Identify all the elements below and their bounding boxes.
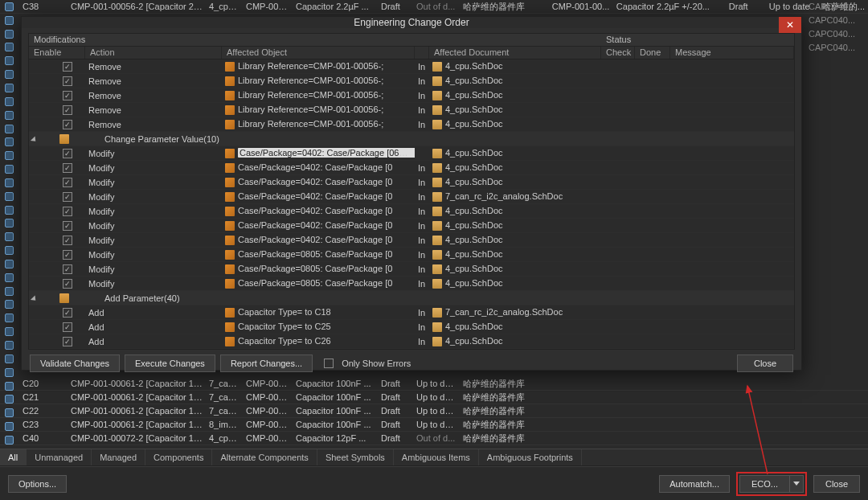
expand-icon[interactable] bbox=[32, 135, 40, 143]
doc-icon bbox=[432, 337, 442, 346]
only-errors-label: Only Show Errors bbox=[342, 359, 411, 368]
table-row[interactable]: C22CMP-001-00061-2 [Capacitor 100nF...7_… bbox=[0, 404, 868, 418]
enable-checkbox[interactable] bbox=[63, 236, 72, 245]
modification-row[interactable]: ModifyCase/Package=0402: Case/Package [0… bbox=[29, 204, 794, 219]
param-icon bbox=[225, 76, 235, 86]
enable-checkbox[interactable] bbox=[63, 178, 72, 187]
group-row[interactable]: Add Parameter(40) bbox=[29, 291, 794, 305]
affected-object-cell: Library Reference=CMP-001-00056-; bbox=[222, 76, 415, 86]
enable-checkbox[interactable] bbox=[63, 221, 72, 231]
eco-dropdown[interactable] bbox=[789, 475, 804, 493]
affected-doc-cell: 4_cpu.SchDoc bbox=[429, 177, 601, 187]
modification-row[interactable]: RemoveLibrary Reference=CMP-001-00056-;I… bbox=[29, 59, 794, 74]
modification-row[interactable]: ModifyCase/Package=0402: Case/Package [0… bbox=[29, 161, 794, 175]
eco-button[interactable]: ECO... bbox=[739, 475, 789, 493]
modification-row[interactable]: ModifyCase/Package=0805: Case/Package [0… bbox=[29, 262, 794, 277]
action-cell: Modify bbox=[85, 221, 222, 231]
only-errors-checkbox[interactable] bbox=[324, 359, 334, 368]
group-row[interactable]: Change Parameter Value(10) bbox=[29, 132, 794, 146]
affected-doc-cell: 7_can_rc_i2c_analog.SchDoc bbox=[429, 191, 601, 202]
close-button[interactable]: Close bbox=[813, 475, 860, 493]
group-header-row: Modifications Status bbox=[29, 34, 794, 47]
enable-checkbox[interactable] bbox=[63, 250, 72, 260]
enable-checkbox[interactable] bbox=[63, 264, 72, 274]
tab-all[interactable]: All bbox=[0, 449, 27, 465]
col-affected-document[interactable]: Affected Document bbox=[429, 47, 601, 59]
modification-row[interactable]: RemoveLibrary Reference=CMP-001-00056-;I… bbox=[29, 74, 794, 88]
enable-checkbox[interactable] bbox=[63, 91, 72, 100]
col-affected-object[interactable]: Affected Object bbox=[222, 47, 415, 59]
modification-row[interactable]: ModifyCase/Package=0805: Case/Package [0… bbox=[29, 248, 794, 262]
close-icon[interactable]: ✕ bbox=[779, 17, 801, 33]
doc-icon bbox=[432, 279, 442, 289]
table-row[interactable]: C21CMP-001-00061-2 [Capacitor 100nF...7_… bbox=[0, 391, 868, 404]
affected-object-cell: Case/Package=0805: Case/Package [0 bbox=[222, 249, 415, 260]
modification-rows[interactable]: RemoveLibrary Reference=CMP-001-00056-;I… bbox=[29, 59, 794, 349]
col-message[interactable]: Message bbox=[670, 47, 794, 59]
expand-icon[interactable] bbox=[32, 294, 40, 302]
affected-doc-cell: 4_cpu.SchDoc bbox=[429, 206, 601, 216]
modification-row[interactable]: ModifyCase/Package=0805: Case/Package [0… bbox=[29, 277, 794, 291]
tab-managed[interactable]: Managed bbox=[92, 449, 145, 465]
modification-row[interactable]: ModifyCase/Package=0402: Case/Package [0… bbox=[29, 219, 794, 233]
enable-checkbox[interactable] bbox=[63, 207, 72, 216]
modification-row[interactable]: ModifyCase/Package=0402: Case/Package [0… bbox=[29, 233, 794, 248]
tab-sheet-symbols[interactable]: Sheet Symbols bbox=[317, 449, 394, 465]
affected-object-cell: Library Reference=CMP-001-00056-; bbox=[222, 61, 415, 72]
doc-icon bbox=[432, 91, 442, 100]
col-check[interactable]: Check bbox=[601, 47, 635, 59]
enable-checkbox[interactable] bbox=[63, 308, 72, 318]
affected-object-cell: Case/Package=0402: Case/Package [0 bbox=[222, 220, 415, 231]
doc-icon bbox=[432, 105, 442, 115]
param-icon bbox=[225, 91, 235, 100]
enable-checkbox[interactable] bbox=[63, 192, 72, 202]
table-row[interactable]: C38CMP-001-00056-2 [Capacitor 2.2µF ...4… bbox=[0, 0, 868, 14]
validate-button[interactable]: Validate Changes bbox=[30, 355, 120, 372]
modification-row[interactable]: ModifyCase/Package=0402: Case/Package [0… bbox=[29, 190, 794, 204]
automatch-button[interactable]: Automatch... bbox=[659, 475, 730, 493]
modification-row[interactable]: RemoveLibrary Reference=CMP-001-00056-;I… bbox=[29, 103, 794, 117]
report-button[interactable]: Report Changes... bbox=[220, 355, 313, 372]
enable-checkbox[interactable] bbox=[63, 279, 72, 289]
table-row[interactable]: C23CMP-001-00061-2 [Capacitor 100nF...8_… bbox=[0, 418, 868, 432]
tab-components[interactable]: Components bbox=[145, 449, 212, 465]
modification-row[interactable]: ModifyCase/Package=0402: Case/Package [0… bbox=[29, 175, 794, 190]
doc-icon bbox=[432, 207, 442, 216]
table-row[interactable]: C40CMP-001-00072-2 [Capacitor 12pF ...4_… bbox=[0, 432, 868, 445]
dialog-titlebar[interactable]: Engineering Change Order ✕ bbox=[22, 17, 801, 28]
tab-ambiguous-items[interactable]: Ambiguous Items bbox=[394, 449, 479, 465]
action-cell: Remove bbox=[85, 62, 222, 72]
modification-row[interactable]: AddCapacitor Type= to C26In4_cpu.SchDoc bbox=[29, 334, 794, 349]
col-action[interactable]: Action bbox=[85, 47, 222, 59]
execute-button[interactable]: Execute Changes bbox=[125, 355, 215, 372]
action-cell: Add bbox=[85, 322, 222, 332]
modification-row[interactable]: AddCapacitor Type= to C25In4_cpu.SchDoc bbox=[29, 320, 794, 334]
enable-checkbox[interactable] bbox=[63, 163, 72, 173]
affected-doc-cell: 4_cpu.SchDoc bbox=[429, 336, 601, 346]
enable-checkbox[interactable] bbox=[63, 337, 72, 346]
doc-icon bbox=[432, 163, 442, 173]
affected-object-cell: Case/Package=0402: Case/Package [0 bbox=[222, 162, 415, 173]
col-enable[interactable]: Enable bbox=[29, 47, 85, 59]
enable-checkbox[interactable] bbox=[63, 105, 72, 115]
affected-doc-cell: 4_cpu.SchDoc bbox=[429, 90, 601, 100]
enable-checkbox[interactable] bbox=[63, 76, 72, 86]
options-button[interactable]: Options... bbox=[8, 475, 67, 493]
modification-row[interactable]: ModifyCase/Package=0402: Case/Package [0… bbox=[29, 146, 794, 161]
action-cell: Modify bbox=[85, 192, 222, 202]
tab-ambiguous-footprints[interactable]: Ambiguous Footprints bbox=[479, 449, 582, 465]
tab-alternate-components[interactable]: Alternate Components bbox=[212, 449, 317, 465]
param-icon bbox=[225, 120, 235, 129]
enable-checkbox[interactable] bbox=[63, 120, 72, 129]
modification-row[interactable]: RemoveLibrary Reference=CMP-001-00056-;I… bbox=[29, 88, 794, 103]
tab-unmanaged[interactable]: Unmanaged bbox=[27, 449, 92, 465]
modification-row[interactable]: AddCapacitor Type= to C18In7_can_rc_i2c_… bbox=[29, 305, 794, 320]
param-icon bbox=[225, 250, 235, 260]
enable-checkbox[interactable] bbox=[63, 322, 72, 332]
dialog-close-button[interactable]: Close bbox=[737, 355, 793, 372]
enable-checkbox[interactable] bbox=[63, 149, 72, 158]
col-done[interactable]: Done bbox=[635, 47, 670, 59]
modification-row[interactable]: RemoveLibrary Reference=CMP-001-00056-;I… bbox=[29, 117, 794, 132]
dialog-title: Engineering Change Order bbox=[354, 17, 469, 28]
enable-checkbox[interactable] bbox=[63, 62, 72, 72]
